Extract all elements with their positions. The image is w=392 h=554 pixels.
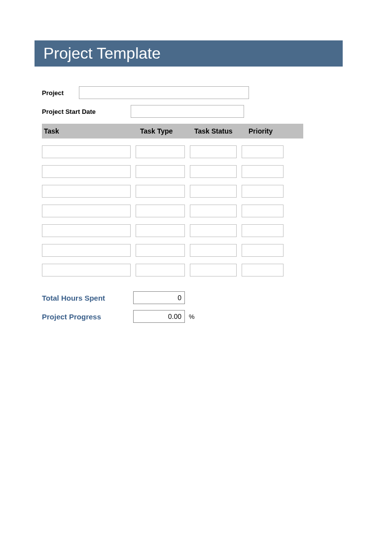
project-field-row: Project: [42, 86, 318, 99]
column-header-task-status: Task Status: [192, 127, 247, 135]
start-date-label: Project Start Date: [42, 108, 131, 115]
task-rows-container: [42, 145, 318, 277]
priority-cell[interactable]: [242, 224, 284, 237]
task-row: [42, 244, 318, 257]
task-cell[interactable]: [42, 165, 131, 178]
task-type-cell[interactable]: [136, 224, 185, 237]
page-title: Project Template: [35, 40, 343, 67]
task-row: [42, 205, 318, 217]
project-input[interactable]: [79, 86, 249, 99]
start-date-input[interactable]: [131, 105, 244, 118]
progress-unit: %: [189, 313, 195, 320]
task-status-cell[interactable]: [190, 165, 237, 178]
task-status-cell[interactable]: [190, 244, 237, 257]
priority-cell[interactable]: [242, 264, 284, 277]
table-header: Task Task Type Task Status Priority: [42, 124, 303, 138]
project-progress-label: Project Progress: [42, 312, 133, 321]
task-cell[interactable]: [42, 185, 131, 198]
task-row: [42, 165, 318, 178]
column-header-priority: Priority: [247, 127, 291, 135]
total-hours-value[interactable]: [133, 291, 185, 304]
task-type-cell[interactable]: [136, 244, 185, 257]
task-cell[interactable]: [42, 205, 131, 217]
total-hours-row: Total Hours Spent: [42, 291, 318, 304]
task-row: [42, 264, 318, 277]
priority-cell[interactable]: [242, 205, 284, 217]
task-status-cell[interactable]: [190, 205, 237, 217]
priority-cell[interactable]: [242, 244, 284, 257]
task-cell[interactable]: [42, 145, 131, 158]
task-type-cell[interactable]: [136, 205, 185, 217]
project-progress-value[interactable]: [133, 310, 185, 323]
task-row: [42, 224, 318, 237]
task-cell[interactable]: [42, 244, 131, 257]
task-row: [42, 185, 318, 198]
project-label: Project: [42, 89, 79, 97]
project-progress-row: Project Progress %: [42, 310, 318, 323]
column-header-task: Task: [42, 127, 138, 135]
task-status-cell[interactable]: [190, 224, 237, 237]
task-cell[interactable]: [42, 224, 131, 237]
total-hours-label: Total Hours Spent: [42, 294, 133, 302]
task-type-cell[interactable]: [136, 145, 185, 158]
summary-section: Total Hours Spent Project Progress %: [42, 291, 318, 323]
column-header-task-type: Task Type: [138, 127, 192, 135]
priority-cell[interactable]: [242, 145, 284, 158]
task-status-cell[interactable]: [190, 264, 237, 277]
task-status-cell[interactable]: [190, 185, 237, 198]
task-type-cell[interactable]: [136, 185, 185, 198]
priority-cell[interactable]: [242, 185, 284, 198]
task-cell[interactable]: [42, 264, 131, 277]
task-status-cell[interactable]: [190, 145, 237, 158]
task-type-cell[interactable]: [136, 165, 185, 178]
start-date-field-row: Project Start Date: [42, 105, 318, 118]
form-content: Project Project Start Date Task Task Typ…: [42, 86, 318, 323]
task-type-cell[interactable]: [136, 264, 185, 277]
priority-cell[interactable]: [242, 165, 284, 178]
task-row: [42, 145, 318, 158]
